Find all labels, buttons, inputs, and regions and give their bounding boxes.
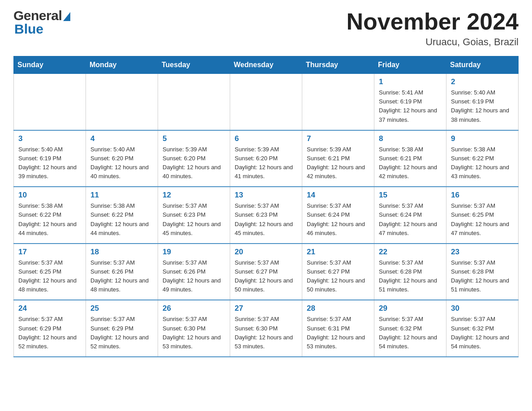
calendar-cell: 10Sunrise: 5:38 AM Sunset: 6:22 PM Dayli… xyxy=(14,187,86,244)
day-info: Sunrise: 5:39 AM Sunset: 6:20 PM Dayligh… xyxy=(235,145,297,181)
day-info: Sunrise: 5:37 AM Sunset: 6:28 PM Dayligh… xyxy=(379,258,442,295)
day-number: 10 xyxy=(18,191,81,200)
day-of-week-header: Wednesday xyxy=(230,56,302,74)
day-number: 7 xyxy=(307,134,369,143)
day-info: Sunrise: 5:37 AM Sunset: 6:25 PM Dayligh… xyxy=(18,258,81,295)
calendar-cell: 28Sunrise: 5:37 AM Sunset: 6:31 PM Dayli… xyxy=(302,300,374,357)
calendar-cell xyxy=(230,74,302,130)
day-info: Sunrise: 5:37 AM Sunset: 6:24 PM Dayligh… xyxy=(307,201,369,238)
day-number: 19 xyxy=(163,248,225,257)
calendar-cell: 20Sunrise: 5:37 AM Sunset: 6:27 PM Dayli… xyxy=(230,244,302,300)
page-header: General Blue November 2024 Uruacu, Goias… xyxy=(13,9,519,48)
location-subtitle: Uruacu, Goias, Brazil xyxy=(347,36,519,48)
day-info: Sunrise: 5:37 AM Sunset: 6:29 PM Dayligh… xyxy=(18,315,81,351)
day-number: 1 xyxy=(379,77,442,86)
calendar-cell: 8Sunrise: 5:38 AM Sunset: 6:21 PM Daylig… xyxy=(374,130,446,187)
calendar-cell: 12Sunrise: 5:37 AM Sunset: 6:23 PM Dayli… xyxy=(158,187,230,244)
calendar-cell: 19Sunrise: 5:37 AM Sunset: 6:26 PM Dayli… xyxy=(158,244,230,300)
calendar-cell: 6Sunrise: 5:39 AM Sunset: 6:20 PM Daylig… xyxy=(230,130,302,187)
day-info: Sunrise: 5:37 AM Sunset: 6:26 PM Dayligh… xyxy=(90,258,153,295)
day-number: 15 xyxy=(379,191,442,200)
day-number: 21 xyxy=(307,248,369,257)
calendar-cell xyxy=(302,74,374,130)
day-info: Sunrise: 5:39 AM Sunset: 6:20 PM Dayligh… xyxy=(163,145,225,181)
calendar-cell: 18Sunrise: 5:37 AM Sunset: 6:26 PM Dayli… xyxy=(86,244,158,300)
day-of-week-header: Sunday xyxy=(14,56,86,74)
day-info: Sunrise: 5:40 AM Sunset: 6:19 PM Dayligh… xyxy=(18,145,81,181)
calendar-cell xyxy=(158,74,230,130)
day-number: 2 xyxy=(451,77,514,86)
day-info: Sunrise: 5:37 AM Sunset: 6:23 PM Dayligh… xyxy=(163,201,225,238)
calendar-cell: 13Sunrise: 5:37 AM Sunset: 6:23 PM Dayli… xyxy=(230,187,302,244)
day-number: 12 xyxy=(163,191,225,200)
day-info: Sunrise: 5:41 AM Sunset: 6:19 PM Dayligh… xyxy=(379,88,442,124)
day-number: 5 xyxy=(163,134,225,143)
day-number: 27 xyxy=(235,304,297,313)
calendar-cell: 23Sunrise: 5:37 AM Sunset: 6:28 PM Dayli… xyxy=(446,244,519,300)
day-info: Sunrise: 5:37 AM Sunset: 6:27 PM Dayligh… xyxy=(235,258,297,295)
calendar-table: SundayMondayTuesdayWednesdayThursdayFrid… xyxy=(13,56,519,357)
calendar-cell: 1Sunrise: 5:41 AM Sunset: 6:19 PM Daylig… xyxy=(374,74,446,130)
calendar-cell xyxy=(14,74,86,130)
day-info: Sunrise: 5:37 AM Sunset: 6:24 PM Dayligh… xyxy=(379,201,442,238)
day-info: Sunrise: 5:37 AM Sunset: 6:28 PM Dayligh… xyxy=(451,258,514,295)
title-block: November 2024 Uruacu, Goias, Brazil xyxy=(347,9,519,48)
calendar-cell: 21Sunrise: 5:37 AM Sunset: 6:27 PM Dayli… xyxy=(302,244,374,300)
logo: General Blue xyxy=(13,9,70,36)
day-info: Sunrise: 5:37 AM Sunset: 6:30 PM Dayligh… xyxy=(163,315,225,351)
day-info: Sunrise: 5:39 AM Sunset: 6:21 PM Dayligh… xyxy=(307,145,369,181)
calendar-body: 1Sunrise: 5:41 AM Sunset: 6:19 PM Daylig… xyxy=(14,74,519,357)
calendar-week-row: 24Sunrise: 5:37 AM Sunset: 6:29 PM Dayli… xyxy=(14,300,519,357)
day-number: 18 xyxy=(90,248,153,257)
calendar-cell: 30Sunrise: 5:37 AM Sunset: 6:32 PM Dayli… xyxy=(446,300,519,357)
logo-triangle-icon xyxy=(63,12,70,21)
day-number: 4 xyxy=(90,134,153,143)
calendar-cell: 14Sunrise: 5:37 AM Sunset: 6:24 PM Dayli… xyxy=(302,187,374,244)
day-number: 23 xyxy=(451,248,514,257)
calendar-header-row: SundayMondayTuesdayWednesdayThursdayFrid… xyxy=(14,56,519,74)
day-info: Sunrise: 5:37 AM Sunset: 6:25 PM Dayligh… xyxy=(451,201,514,238)
calendar-cell: 4Sunrise: 5:40 AM Sunset: 6:20 PM Daylig… xyxy=(86,130,158,187)
calendar-week-row: 3Sunrise: 5:40 AM Sunset: 6:19 PM Daylig… xyxy=(14,130,519,187)
day-info: Sunrise: 5:37 AM Sunset: 6:29 PM Dayligh… xyxy=(90,315,153,351)
calendar-cell: 27Sunrise: 5:37 AM Sunset: 6:30 PM Dayli… xyxy=(230,300,302,357)
day-of-week-header: Thursday xyxy=(302,56,374,74)
day-of-week-header: Tuesday xyxy=(158,56,230,74)
day-info: Sunrise: 5:37 AM Sunset: 6:27 PM Dayligh… xyxy=(307,258,369,295)
logo-general-text: General xyxy=(13,9,62,22)
day-number: 3 xyxy=(18,134,81,143)
calendar-cell: 26Sunrise: 5:37 AM Sunset: 6:30 PM Dayli… xyxy=(158,300,230,357)
day-number: 20 xyxy=(235,248,297,257)
calendar-cell: 7Sunrise: 5:39 AM Sunset: 6:21 PM Daylig… xyxy=(302,130,374,187)
day-of-week-header: Monday xyxy=(86,56,158,74)
calendar-cell: 15Sunrise: 5:37 AM Sunset: 6:24 PM Dayli… xyxy=(374,187,446,244)
calendar-cell: 9Sunrise: 5:38 AM Sunset: 6:22 PM Daylig… xyxy=(446,130,519,187)
day-info: Sunrise: 5:38 AM Sunset: 6:22 PM Dayligh… xyxy=(18,201,81,238)
day-number: 25 xyxy=(90,304,153,313)
calendar-cell: 3Sunrise: 5:40 AM Sunset: 6:19 PM Daylig… xyxy=(14,130,86,187)
day-number: 28 xyxy=(307,304,369,313)
calendar-week-row: 17Sunrise: 5:37 AM Sunset: 6:25 PM Dayli… xyxy=(14,244,519,300)
day-number: 17 xyxy=(18,248,81,257)
day-info: Sunrise: 5:37 AM Sunset: 6:30 PM Dayligh… xyxy=(235,315,297,351)
day-info: Sunrise: 5:38 AM Sunset: 6:22 PM Dayligh… xyxy=(451,145,514,181)
day-info: Sunrise: 5:37 AM Sunset: 6:23 PM Dayligh… xyxy=(235,201,297,238)
logo-blue-text: Blue xyxy=(14,22,43,36)
day-number: 14 xyxy=(307,191,369,200)
day-info: Sunrise: 5:37 AM Sunset: 6:26 PM Dayligh… xyxy=(163,258,225,295)
calendar-cell: 11Sunrise: 5:38 AM Sunset: 6:22 PM Dayli… xyxy=(86,187,158,244)
day-number: 22 xyxy=(379,248,442,257)
day-info: Sunrise: 5:40 AM Sunset: 6:19 PM Dayligh… xyxy=(451,88,514,124)
day-of-week-header: Saturday xyxy=(446,56,519,74)
month-year-title: November 2024 xyxy=(347,9,519,34)
day-info: Sunrise: 5:37 AM Sunset: 6:32 PM Dayligh… xyxy=(379,315,442,351)
calendar-cell: 5Sunrise: 5:39 AM Sunset: 6:20 PM Daylig… xyxy=(158,130,230,187)
calendar-week-row: 10Sunrise: 5:38 AM Sunset: 6:22 PM Dayli… xyxy=(14,187,519,244)
day-info: Sunrise: 5:38 AM Sunset: 6:22 PM Dayligh… xyxy=(90,201,153,238)
day-number: 6 xyxy=(235,134,297,143)
calendar-cell: 2Sunrise: 5:40 AM Sunset: 6:19 PM Daylig… xyxy=(446,74,519,130)
day-number: 30 xyxy=(451,304,514,313)
day-number: 29 xyxy=(379,304,442,313)
day-number: 11 xyxy=(90,191,153,200)
day-number: 13 xyxy=(235,191,297,200)
